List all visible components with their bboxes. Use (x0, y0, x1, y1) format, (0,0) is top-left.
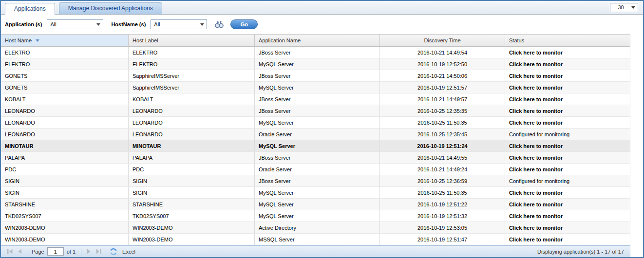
discovery-time-cell: 2016-10-19 12:51:32 (380, 210, 505, 221)
column-header-host-label-label: Host Label (133, 37, 158, 43)
table-row[interactable]: KOBALT KOBALT JBoss Server 2016-10-21 14… (1, 93, 630, 105)
table-row[interactable]: ELEKTRO ELEKTRO MySQL Server 2016-10-19 … (1, 58, 630, 70)
column-header-host-name[interactable]: Host Name (1, 35, 129, 46)
page-size-select[interactable]: 30 (610, 3, 638, 12)
host-name-cell: KOBALT (1, 93, 129, 105)
displaying-count-text: Displaying application(s) 1 - 17 of 17 (135, 249, 626, 255)
application-filter-select[interactable]: All (47, 19, 103, 29)
status-cell[interactable]: Click here to monitor (505, 187, 630, 198)
host-name-cell: LEONARDO (1, 117, 129, 128)
host-name-cell: WIN2003-DEMO (1, 234, 129, 245)
table-row[interactable]: LEONARDO LEONARDO Oracle Server 2016-10-… (1, 129, 630, 140)
chevron-down-icon (200, 23, 204, 26)
table-row[interactable]: ELEKTRO ELEKTRO JBoss Server 2016-10-21 … (1, 47, 630, 58)
host-label-cell: TKD02SYS007 (129, 210, 255, 221)
footer-divider (81, 248, 81, 255)
tab-bar-right: 30 (166, 0, 643, 14)
status-cell[interactable]: Click here to monitor (505, 105, 630, 116)
status-cell[interactable]: Click here to monitor (505, 47, 630, 58)
host-label-cell: MINOTAUR (129, 140, 255, 151)
column-header-status[interactable]: Status (505, 35, 630, 46)
application-filter-value: All (47, 21, 96, 27)
host-name-cell: MINOTAUR (1, 140, 129, 151)
discovery-time-cell: 2016-10-19 12:51:24 (380, 140, 505, 151)
table-row[interactable]: TKD02SYS007 TKD02SYS007 MySQL Server 201… (1, 210, 630, 222)
tab-manage-discovered-applications-label: Manage Discovered Applications (68, 5, 153, 12)
sort-desc-icon (36, 39, 39, 42)
column-header-host-name-label: Host Name (5, 37, 32, 43)
table-row[interactable]: WIN2003-DEMO WIN2003-DEMO Active Directo… (1, 222, 630, 234)
discovery-time-cell: 2016-10-19 12:51:47 (380, 234, 505, 245)
table-row[interactable]: SIGIN SIGIN MySQL Server 2016-10-25 11:5… (1, 187, 630, 199)
discovery-time-cell: 2016-10-25 12:36:59 (380, 175, 505, 186)
hostname-filter-select[interactable]: All (151, 19, 207, 29)
status-cell[interactable]: Click here to monitor (505, 210, 630, 221)
application-name-cell: JBoss Server (255, 93, 380, 105)
tab-bar: Applications Manage Discovered Applicati… (1, 1, 643, 15)
hostname-filter-label: HostName (s) (111, 21, 146, 27)
host-label-cell: LEONARDO (129, 117, 255, 128)
page-count-label: of 1 (67, 249, 76, 255)
host-label-cell: LEONARDO (129, 105, 255, 116)
column-header-host-label[interactable]: Host Label (129, 35, 255, 46)
status-cell[interactable]: Click here to monitor (505, 234, 630, 245)
status-cell[interactable]: Click here to monitor (505, 82, 630, 93)
page-input[interactable] (47, 247, 64, 256)
application-name-cell: JBoss Server (255, 152, 380, 163)
application-name-cell: JBoss Server (255, 105, 380, 116)
status-cell[interactable]: Click here to monitor (505, 222, 630, 233)
table-row[interactable]: WIN2003-DEMO WIN2003-DEMO MSSQL Server 2… (1, 234, 630, 245)
table-row[interactable]: LEONARDO LEONARDO JBoss Server 2016-10-2… (1, 105, 630, 117)
status-cell[interactable]: Click here to monitor (505, 199, 630, 210)
application-name-cell: MySQL Server (255, 199, 380, 210)
application-name-cell: Oracle Server (255, 129, 380, 140)
status-cell[interactable]: Click here to monitor (505, 117, 630, 128)
status-cell[interactable]: Click here to monitor (505, 93, 630, 105)
table-row[interactable]: GONETS SapphireIMSServer MySQL Server 20… (1, 82, 630, 93)
column-header-application-name[interactable]: Application Name (255, 35, 380, 46)
table-row[interactable]: LEONARDO LEONARDO MySQL Server 2016-10-2… (1, 117, 630, 129)
next-page-icon[interactable] (84, 247, 94, 256)
discovery-time-cell: 2016-10-25 12:35:45 (380, 129, 505, 140)
footer-divider (106, 248, 106, 255)
table-row[interactable]: PALAPA PALAPA JBoss Server 2016-10-21 14… (1, 152, 630, 164)
first-page-icon[interactable] (5, 247, 15, 256)
go-button[interactable]: Go (230, 19, 258, 29)
tab-applications-label: Applications (14, 5, 46, 12)
table-row[interactable]: PDC PDC Oracle Server 2016-10-21 14:49:2… (1, 164, 630, 175)
table-row[interactable]: STARSHINE STARSHINE MySQL Server 2016-10… (1, 199, 630, 210)
host-label-cell: STARSHINE (129, 199, 255, 210)
column-header-discovery-time-label: Discovery Time (424, 37, 460, 43)
status-cell[interactable]: Click here to monitor (505, 140, 630, 151)
discovery-time-cell: 2016-10-21 14:49:54 (380, 47, 505, 58)
status-cell[interactable]: Click here to monitor (505, 70, 630, 81)
table-row[interactable]: MINOTAUR MINOTAUR MySQL Server 2016-10-1… (1, 140, 630, 152)
tab-applications[interactable]: Applications (5, 3, 55, 15)
prev-page-icon[interactable] (15, 247, 24, 256)
column-header-discovery-time[interactable]: Discovery Time (380, 35, 505, 46)
host-label-cell: PALAPA (129, 152, 255, 163)
host-name-cell: LEONARDO (1, 129, 129, 140)
status-cell[interactable]: Click here to monitor (505, 152, 630, 163)
host-name-cell: STARSHINE (1, 199, 129, 210)
discovery-time-cell: 2016-10-21 14:49:55 (380, 152, 505, 163)
discovery-time-cell: 2016-10-25 11:50:35 (380, 117, 505, 128)
refresh-icon[interactable] (109, 247, 118, 256)
excel-export-link[interactable]: Excel (122, 249, 135, 255)
column-header-application-name-label: Application Name (259, 37, 301, 43)
status-cell: Configured for monitoring (505, 175, 630, 186)
manage-discovered-applications-window: Applications Manage Discovered Applicati… (0, 0, 644, 258)
status-cell[interactable]: Click here to monitor (505, 58, 630, 70)
application-name-cell: MySQL Server (255, 187, 380, 198)
application-name-cell: MySQL Server (255, 58, 380, 70)
host-name-cell: PDC (1, 164, 129, 175)
last-page-icon[interactable] (94, 247, 103, 256)
status-cell[interactable]: Click here to monitor (505, 164, 630, 175)
page-size-value: 30 (610, 4, 631, 10)
application-name-cell: Active Directory (255, 222, 380, 233)
binoculars-icon[interactable] (215, 20, 224, 28)
tab-manage-discovered-applications[interactable]: Manage Discovered Applications (59, 2, 162, 14)
application-name-cell: Oracle Server (255, 164, 380, 175)
table-row[interactable]: GONETS SapphireIMSServer JBoss Server 20… (1, 70, 630, 82)
table-row[interactable]: SIGIN SIGIN JBoss Server 2016-10-25 12:3… (1, 175, 630, 187)
